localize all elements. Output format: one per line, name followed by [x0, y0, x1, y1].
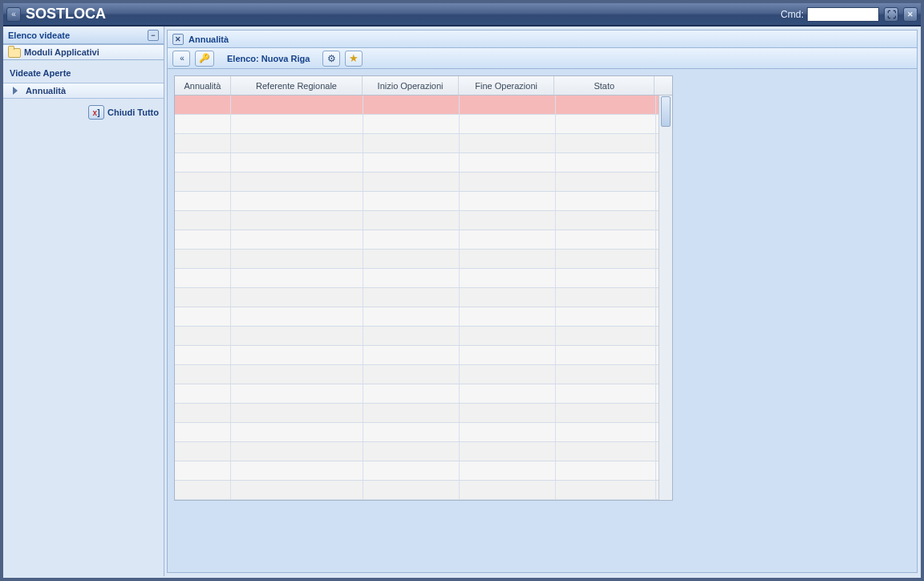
header-collapse-button[interactable]: « [6, 7, 21, 22]
table-cell[interactable] [556, 269, 656, 287]
table-cell[interactable] [363, 307, 460, 326]
table-cell[interactable] [231, 115, 363, 133]
table-cell[interactable] [363, 404, 460, 422]
close-all-button[interactable]: x] Chiudi Tutto [88, 105, 159, 120]
table-cell[interactable] [460, 384, 556, 403]
table-cell[interactable] [231, 327, 363, 345]
table-cell[interactable] [556, 173, 656, 191]
table-cell[interactable] [556, 365, 656, 384]
table-cell[interactable] [175, 423, 231, 441]
table-cell[interactable] [175, 192, 231, 210]
close-app-button[interactable]: ✕ [903, 7, 918, 22]
table-cell[interactable] [556, 307, 656, 326]
table-cell[interactable] [175, 269, 231, 287]
table-row[interactable] [175, 230, 659, 250]
table-cell[interactable] [231, 307, 363, 326]
table-cell[interactable] [556, 115, 656, 133]
table-cell[interactable] [460, 346, 556, 364]
col-header-fine[interactable]: Fine Operazioni [459, 76, 555, 95]
table-cell[interactable] [231, 173, 363, 191]
table-cell[interactable] [175, 134, 231, 152]
table-cell[interactable] [460, 288, 556, 307]
table-cell[interactable] [460, 269, 556, 287]
table-cell[interactable] [556, 346, 656, 364]
table-cell[interactable] [460, 134, 556, 152]
table-cell[interactable] [231, 134, 363, 152]
table-cell[interactable] [363, 95, 460, 114]
table-cell[interactable] [460, 211, 556, 230]
table-cell[interactable] [363, 173, 460, 191]
table-cell[interactable] [363, 211, 460, 230]
table-cell[interactable] [460, 327, 556, 345]
table-cell[interactable] [556, 288, 656, 307]
table-row[interactable] [175, 153, 659, 173]
table-cell[interactable] [175, 250, 231, 268]
table-cell[interactable] [231, 461, 363, 480]
table-cell[interactable] [460, 230, 556, 249]
table-cell[interactable] [175, 442, 231, 461]
table-cell[interactable] [363, 423, 460, 441]
table-cell[interactable] [363, 442, 460, 461]
tree-node-modules[interactable]: Moduli Applicativi [3, 44, 164, 60]
panel-close-button[interactable]: ✕ [172, 34, 184, 45]
table-cell[interactable] [175, 307, 231, 326]
table-row[interactable] [175, 384, 659, 404]
table-cell[interactable] [363, 115, 460, 133]
cmd-input[interactable] [807, 7, 879, 22]
table-cell[interactable] [556, 230, 656, 249]
table-cell[interactable] [175, 115, 231, 133]
table-row[interactable] [175, 173, 659, 192]
table-cell[interactable] [231, 250, 363, 268]
table-row[interactable] [175, 481, 659, 500]
table-row[interactable] [175, 95, 659, 115]
table-row[interactable] [175, 346, 659, 365]
table-cell[interactable] [175, 230, 231, 249]
table-cell[interactable] [460, 404, 556, 422]
table-cell[interactable] [556, 134, 656, 152]
table-cell[interactable] [460, 307, 556, 326]
table-row[interactable] [175, 269, 659, 288]
table-cell[interactable] [231, 423, 363, 441]
toolbar-key-button[interactable]: 🔑 [195, 51, 214, 67]
table-cell[interactable] [460, 481, 556, 499]
table-cell[interactable] [556, 95, 656, 114]
table-cell[interactable] [460, 192, 556, 210]
table-cell[interactable] [556, 384, 656, 403]
table-cell[interactable] [460, 173, 556, 191]
table-row[interactable] [175, 115, 659, 134]
table-cell[interactable] [231, 269, 363, 287]
table-cell[interactable] [460, 423, 556, 441]
table-row[interactable] [175, 442, 659, 461]
table-cell[interactable] [231, 346, 363, 364]
table-row[interactable] [175, 461, 659, 481]
table-row[interactable] [175, 250, 659, 269]
table-cell[interactable] [556, 481, 656, 499]
table-cell[interactable] [175, 153, 231, 172]
sidebar-collapse-button[interactable]: − [148, 30, 159, 41]
table-cell[interactable] [175, 365, 231, 384]
table-row[interactable] [175, 327, 659, 346]
table-cell[interactable] [460, 95, 556, 114]
table-cell[interactable] [363, 153, 460, 172]
table-cell[interactable] [556, 423, 656, 441]
open-view-item[interactable]: Annualità [3, 83, 164, 99]
table-cell[interactable] [231, 153, 363, 172]
table-cell[interactable] [556, 327, 656, 345]
col-header-stato[interactable]: Stato [554, 76, 654, 95]
toolbar-settings-button[interactable]: ⚙ [322, 51, 340, 67]
table-cell[interactable] [231, 211, 363, 230]
table-row[interactable] [175, 365, 659, 384]
table-cell[interactable] [175, 95, 231, 114]
table-cell[interactable] [231, 481, 363, 499]
table-cell[interactable] [556, 192, 656, 210]
table-cell[interactable] [231, 442, 363, 461]
table-cell[interactable] [175, 211, 231, 230]
table-cell[interactable] [556, 404, 656, 422]
table-cell[interactable] [175, 173, 231, 191]
table-cell[interactable] [175, 346, 231, 364]
table-cell[interactable] [363, 461, 460, 480]
table-cell[interactable] [556, 211, 656, 230]
table-cell[interactable] [363, 192, 460, 210]
table-cell[interactable] [175, 481, 231, 499]
table-row[interactable] [175, 192, 659, 211]
